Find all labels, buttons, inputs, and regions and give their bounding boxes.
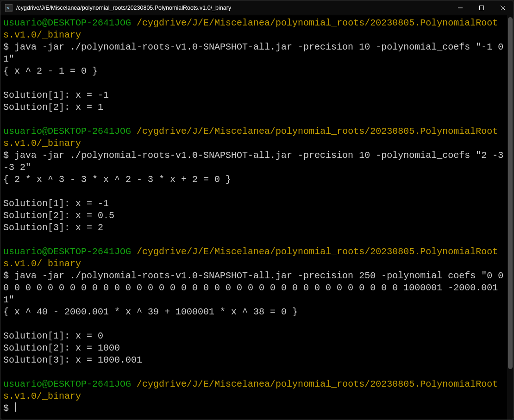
cursor	[15, 402, 16, 412]
prompt-user-host: usuario@DESKTOP-2641JOG	[3, 379, 131, 389]
minimize-button[interactable]	[450, 0, 471, 15]
solution-line: Solution[1]: x = -1	[3, 198, 109, 209]
svg-rect-2	[480, 6, 484, 10]
solution-line: Solution[1]: x = 0	[3, 331, 103, 341]
prompt-symbol: $	[3, 403, 9, 414]
prompt-user-host: usuario@DESKTOP-2641JOG	[3, 246, 131, 257]
solution-line: Solution[2]: x = 1	[3, 102, 103, 113]
prompt-user-host: usuario@DESKTOP-2641JOG	[3, 18, 131, 28]
close-button[interactable]	[492, 0, 514, 15]
command-line: $ java -jar ./polynomial-roots-v1.0-SNAP…	[3, 270, 507, 305]
equation-line: { x ^ 2 - 1 = 0 }	[3, 66, 98, 76]
solution-line: Solution[3]: x = 2	[3, 222, 103, 233]
equation-line: { 2 * x ^ 3 - 3 * x ^ 2 - 3 * x + 2 = 0 …	[3, 174, 231, 185]
titlebar[interactable]: >_ /cygdrive/J/E/Miscelanea/polynomial_r…	[0, 0, 514, 15]
app-icon: >_	[5, 4, 13, 12]
solution-line: Solution[2]: x = 0.5	[3, 210, 114, 221]
window-title: /cygdrive/J/E/Miscelanea/polynomial_root…	[16, 5, 450, 11]
scrollbar-thumb[interactable]	[508, 17, 513, 369]
solution-line: Solution[1]: x = -1	[3, 90, 109, 100]
solution-line: Solution[2]: x = 1000	[3, 343, 120, 353]
scrollbar[interactable]	[507, 15, 514, 420]
equation-line: { x ^ 40 - 2000.001 * x ^ 39 + 1000001 *…	[3, 307, 298, 317]
maximize-button[interactable]	[471, 0, 492, 15]
terminal-output[interactable]: usuario@DESKTOP-2641JOG /cygdrive/J/E/Mi…	[0, 15, 507, 420]
command-line: $ java -jar ./polynomial-roots-v1.0-SNAP…	[3, 42, 507, 64]
solution-line: Solution[3]: x = 1000.001	[3, 355, 142, 365]
prompt-user-host: usuario@DESKTOP-2641JOG	[3, 126, 131, 137]
window-controls	[450, 0, 514, 15]
command-line: $ java -jar ./polynomial-roots-v1.0-SNAP…	[3, 150, 507, 173]
terminal-area: usuario@DESKTOP-2641JOG /cygdrive/J/E/Mi…	[0, 15, 514, 420]
terminal-window: >_ /cygdrive/J/E/Miscelanea/polynomial_r…	[0, 0, 514, 420]
svg-text:>_: >_	[6, 5, 13, 11]
